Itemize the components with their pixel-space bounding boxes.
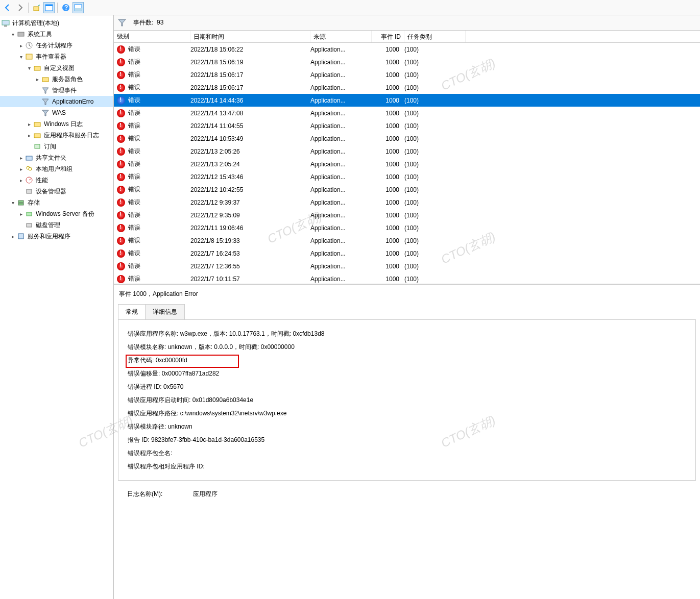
tree-label: 本地用户和组 <box>36 165 73 173</box>
event-table[interactable]: 级别 日期和时间 来源 事件 ID 任务类别 错误2022/1/18 15:06… <box>114 31 700 285</box>
tree-was[interactable]: WAS <box>0 107 113 118</box>
cell-eventid: 1000 <box>372 46 404 53</box>
tab-general[interactable]: 常规 <box>118 304 146 320</box>
col-eventid[interactable]: 事件 ID <box>372 31 404 42</box>
tree-label: 磁盘管理 <box>36 221 60 230</box>
col-datetime[interactable]: 日期和时间 <box>190 31 310 42</box>
subscription-icon <box>33 142 42 151</box>
error-icon <box>117 160 125 168</box>
detail-log-label: 日志名称(M): <box>127 490 162 498</box>
table-row[interactable]: 错误2022/1/18 15:06:22Application...1000(1… <box>114 43 700 56</box>
cell-source: Application... <box>310 46 372 53</box>
tree-label: 订阅 <box>44 142 56 151</box>
cell-category: (100) <box>404 212 466 219</box>
count-value: 93 <box>157 19 163 26</box>
cell-eventid: 1000 <box>372 276 404 283</box>
detail-box: 错误应用程序名称: w3wp.exe，版本: 10.0.17763.1，时间戳:… <box>118 319 696 481</box>
detail-line: 错误应用程序启动时间: 0x01d8090a6b034e1e <box>128 393 686 407</box>
table-row[interactable]: 错误2022/1/8 15:19:33Application...1000(10… <box>114 234 700 247</box>
table-row[interactable]: 错误2022/1/14 11:04:55Application...1000(1… <box>114 119 700 132</box>
svg-rect-13 <box>42 78 49 82</box>
table-row[interactable]: 错误2022/1/7 10:11:57Application...1000(10… <box>114 272 700 284</box>
cell-eventid: 1000 <box>372 110 404 117</box>
tree-event-viewer[interactable]: ▾事件查看器 <box>0 51 113 62</box>
table-row[interactable]: 错误2022/1/13 2:05:26Application...1000(10… <box>114 145 700 158</box>
tree-system-tools[interactable]: ▾系统工具 <box>0 29 113 40</box>
detail-line: 错误模块名称: unknown，版本: 0.0.0.0，时间戳: 0x00000… <box>128 340 686 354</box>
table-row[interactable]: 错误2022/1/14 14:44:36Application...1000(1… <box>114 94 700 107</box>
services-icon <box>16 232 26 241</box>
tree-performance[interactable]: ▸性能 <box>0 174 113 186</box>
folder-icon <box>33 119 42 129</box>
cell-source: Application... <box>310 71 372 79</box>
tree-task-scheduler[interactable]: ▸任务计划程序 <box>0 40 113 51</box>
cell-level: 错误 <box>128 249 140 258</box>
detail-line: 异常代码: 0xc00000fd <box>128 354 686 367</box>
tree-windows-logs[interactable]: ▸Windows 日志 <box>0 118 113 130</box>
table-row[interactable]: 错误2022/1/12 10:42:55Application...1000(1… <box>114 183 700 196</box>
tree-root[interactable]: 计算机管理(本地) <box>0 17 113 29</box>
back-button[interactable] <box>2 2 13 13</box>
error-icon <box>117 249 125 258</box>
users-icon <box>25 164 34 173</box>
tree-app-service-logs[interactable]: ▸应用程序和服务日志 <box>0 130 113 141</box>
tree-shared-folders[interactable]: ▸共享文件夹 <box>0 152 113 163</box>
col-level[interactable]: 级别 <box>114 31 190 42</box>
cell-datetime: 2022/1/13 2:05:26 <box>190 148 310 155</box>
tree-disk-mgmt[interactable]: 磁盘管理 <box>0 219 113 231</box>
tree-device-mgr[interactable]: 设备管理器 <box>0 186 113 197</box>
table-row[interactable]: 错误2022/1/13 2:05:24Application...1000(10… <box>114 158 700 170</box>
table-row[interactable]: 错误2022/1/7 12:36:55Application...1000(10… <box>114 260 700 272</box>
preview-button[interactable] <box>73 2 84 13</box>
table-row[interactable]: 错误2022/1/11 19:06:46Application...1000(1… <box>114 221 700 234</box>
cell-level: 错误 <box>128 236 140 245</box>
tree-label: Windows 日志 <box>44 120 83 129</box>
tree-admin-events[interactable]: 管理事件 <box>0 85 113 96</box>
event-icon <box>25 52 34 61</box>
table-row[interactable]: 错误2022/1/18 15:06:17Application...1000(1… <box>114 68 700 81</box>
tree-services-apps[interactable]: ▸服务和应用程序 <box>0 231 113 242</box>
folder-icon <box>41 74 50 84</box>
cell-eventid: 1000 <box>372 173 404 181</box>
cell-source: Application... <box>310 110 372 117</box>
tree-ws-backup[interactable]: ▸Windows Server 备份 <box>0 208 113 219</box>
detail-line: 错误应用程序名称: w3wp.exe，版本: 10.0.17763.1，时间戳:… <box>128 327 686 340</box>
tree-label: 设备管理器 <box>36 187 66 196</box>
navigation-tree[interactable]: 计算机管理(本地) ▾系统工具 ▸任务计划程序 ▾事件查看器 ▾自定义视图 ▸服… <box>0 15 114 599</box>
toolbar: ? <box>0 0 700 15</box>
error-icon <box>117 173 125 181</box>
cell-level: 错误 <box>128 83 140 92</box>
detail-line: 错误模块路径: unknown <box>128 420 686 433</box>
up-button[interactable] <box>31 2 42 13</box>
cell-eventid: 1000 <box>372 135 404 142</box>
table-header[interactable]: 级别 日期和时间 来源 事件 ID 任务类别 <box>114 31 700 43</box>
help-button[interactable]: ? <box>60 2 71 13</box>
table-row[interactable]: 错误2022/1/18 15:06:17Application...1000(1… <box>114 81 700 94</box>
table-row[interactable]: 错误2022/1/14 10:53:49Application...1000(1… <box>114 132 700 145</box>
cell-source: Application... <box>310 135 372 142</box>
tree-storage[interactable]: ▾存储 <box>0 197 113 208</box>
table-row[interactable]: 错误2022/1/12 9:35:09Application...1000(10… <box>114 209 700 221</box>
tree-application-error[interactable]: ApplicationErro <box>0 96 113 107</box>
tree-label: ApplicationErro <box>52 98 93 105</box>
forward-button[interactable] <box>14 2 26 13</box>
table-row[interactable]: 错误2022/1/7 16:24:53Application...1000(10… <box>114 247 700 260</box>
view-button[interactable] <box>43 2 55 13</box>
table-row[interactable]: 错误2022/1/14 13:47:08Application...1000(1… <box>114 107 700 119</box>
tab-details[interactable]: 详细信息 <box>145 304 185 320</box>
col-source[interactable]: 来源 <box>310 31 372 42</box>
table-row[interactable]: 错误2022/1/18 15:06:19Application...1000(1… <box>114 56 700 68</box>
svg-rect-25 <box>27 223 32 227</box>
tree-custom-views[interactable]: ▾自定义视图 <box>0 62 113 73</box>
cell-category: (100) <box>404 250 466 257</box>
tree-server-roles[interactable]: ▸服务器角色 <box>0 73 113 85</box>
error-icon <box>117 45 125 54</box>
tree-local-users[interactable]: ▸本地用户和组 <box>0 163 113 174</box>
header-bar: 事件数: 93 <box>114 15 700 31</box>
table-row[interactable]: 错误2022/1/12 15:43:46Application...1000(1… <box>114 170 700 183</box>
table-row[interactable]: 错误2022/1/12 9:39:37Application...1000(10… <box>114 196 700 209</box>
svg-rect-23 <box>18 203 23 205</box>
tree-subscriptions[interactable]: 订阅 <box>0 141 113 152</box>
col-category[interactable]: 任务类别 <box>404 31 466 42</box>
svg-point-19 <box>29 167 32 170</box>
